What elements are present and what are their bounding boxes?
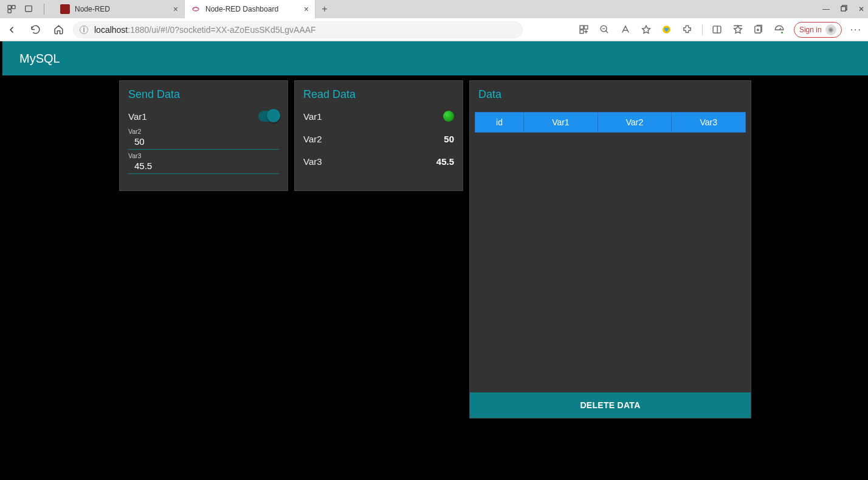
status-led-icon [443, 111, 454, 122]
read-var1-label: Var1 [303, 111, 322, 122]
tab-actions-icon[interactable] [23, 4, 34, 15]
browser-toolbar: i localhost:1880/ui/#!/0?socketid=XX-aZo… [0, 18, 868, 41]
row-read-var1: Var1 [295, 107, 463, 125]
separator [702, 24, 703, 35]
workspace-icon[interactable] [6, 4, 17, 15]
close-tab-icon[interactable]: × [173, 4, 178, 14]
svg-rect-0 [8, 5, 11, 9]
var1-switch[interactable] [258, 111, 279, 122]
svg-rect-6 [585, 26, 588, 29]
th-var2[interactable]: Var2 [598, 113, 672, 133]
close-window-icon[interactable]: ✕ [858, 5, 864, 13]
th-var3[interactable]: Var3 [672, 113, 746, 133]
field-var3: Var3 [120, 150, 288, 174]
separator [44, 4, 44, 15]
signin-label: Sign in [799, 26, 822, 34]
tab-node-red-dashboard[interactable]: Node-RED Dashboard × [185, 0, 315, 18]
address-bar[interactable]: i localhost:1880/ui/#!/0?socketid=XX-aZo… [73, 21, 523, 38]
avatar-icon: ◉ [825, 24, 836, 35]
new-tab-button[interactable]: + [315, 0, 334, 18]
maximize-icon[interactable] [841, 5, 847, 13]
performance-icon[interactable] [773, 24, 785, 36]
home-icon[interactable] [52, 24, 64, 36]
row-read-var3: Var3 45.5 [295, 148, 463, 170]
svg-rect-4 [841, 7, 846, 11]
app-header: MySQL [2, 41, 868, 75]
card-send-data: Send Data Var1 Var2 Var3 [119, 80, 288, 191]
read-var2-value: 50 [444, 134, 454, 144]
window-controls: — ✕ [822, 0, 864, 18]
read-var3-label: Var3 [303, 156, 322, 167]
var2-input[interactable] [128, 135, 279, 150]
data-table: id Var1 Var2 Var3 [475, 112, 746, 133]
favorite-star-icon[interactable] [640, 24, 652, 36]
svg-rect-1 [12, 5, 15, 9]
toolbar-right-icons: Sign in ◉ ··· [578, 22, 862, 38]
delete-data-button[interactable]: DELETE DATA [470, 392, 751, 418]
svg-rect-5 [580, 26, 584, 29]
nav-icons [6, 24, 64, 36]
favorites-icon[interactable] [732, 24, 744, 36]
refresh-icon[interactable] [29, 24, 41, 36]
tabs: Node-RED × Node-RED Dashboard × + [54, 0, 334, 18]
card-title: Send Data [120, 81, 288, 107]
titlebar-left-icons [0, 4, 54, 15]
url-text: localhost:1880/ui/#!/0?socketid=XX-aZoEu… [94, 25, 316, 35]
row-read-var2: Var2 50 [295, 125, 463, 148]
var2-label: Var2 [128, 128, 279, 135]
read-var2-label: Var2 [303, 134, 322, 144]
extensions-icon[interactable] [681, 24, 694, 36]
data-table-wrap: id Var1 Var2 Var3 [470, 107, 751, 133]
switch-thumb [267, 109, 280, 122]
read-var3-value: 45.5 [436, 156, 454, 167]
back-icon[interactable] [6, 24, 18, 36]
card-read-data: Read Data Var1 Var2 50 Var3 45.5 [294, 80, 463, 191]
card-data: Data id Var1 Var2 Var3 [469, 80, 751, 419]
page-title: MySQL [19, 52, 60, 66]
th-id[interactable]: id [475, 113, 524, 133]
minimize-icon[interactable]: — [822, 5, 830, 13]
var3-input[interactable] [128, 159, 279, 174]
var3-label: Var3 [128, 152, 279, 159]
dashboard-board: Send Data Var1 Var2 Var3 [2, 75, 868, 419]
viewport: MySQL Send Data Var1 Var2 Var3 [0, 41, 868, 480]
read-aloud-icon[interactable] [619, 24, 632, 36]
svg-point-12 [781, 32, 783, 33]
table-header-row: id Var1 Var2 Var3 [475, 113, 746, 133]
more-menu-icon[interactable]: ··· [850, 24, 862, 35]
sidebar-icon[interactable] [711, 24, 723, 36]
svg-rect-3 [26, 6, 32, 12]
site-info-icon[interactable]: i [80, 26, 88, 34]
svg-rect-2 [8, 10, 11, 13]
zoom-out-icon[interactable] [599, 24, 611, 36]
th-var1[interactable]: Var1 [524, 113, 598, 133]
var1-label: Var1 [128, 111, 147, 122]
card-title: Data [470, 81, 751, 107]
collections-icon[interactable] [753, 24, 765, 36]
favicon-node-red-icon [60, 4, 70, 14]
close-tab-icon[interactable]: × [304, 4, 309, 14]
favicon-dashboard-icon [191, 4, 201, 14]
field-var2: Var2 [120, 125, 288, 150]
svg-rect-7 [580, 30, 584, 33]
app-install-icon[interactable] [578, 24, 590, 36]
table-body-empty [470, 133, 751, 392]
delete-button-row: DELETE DATA [470, 392, 751, 418]
tab-label: Node-RED [75, 5, 110, 13]
browser-tab-strip: Node-RED × Node-RED Dashboard × + — ✕ [0, 0, 868, 18]
row-var1: Var1 [120, 107, 288, 125]
signin-button[interactable]: Sign in ◉ [794, 22, 842, 38]
card-title: Read Data [295, 81, 463, 107]
tab-label: Node-RED Dashboard [205, 5, 278, 13]
idm-icon[interactable] [661, 24, 673, 36]
tab-node-red[interactable]: Node-RED × [54, 0, 185, 18]
